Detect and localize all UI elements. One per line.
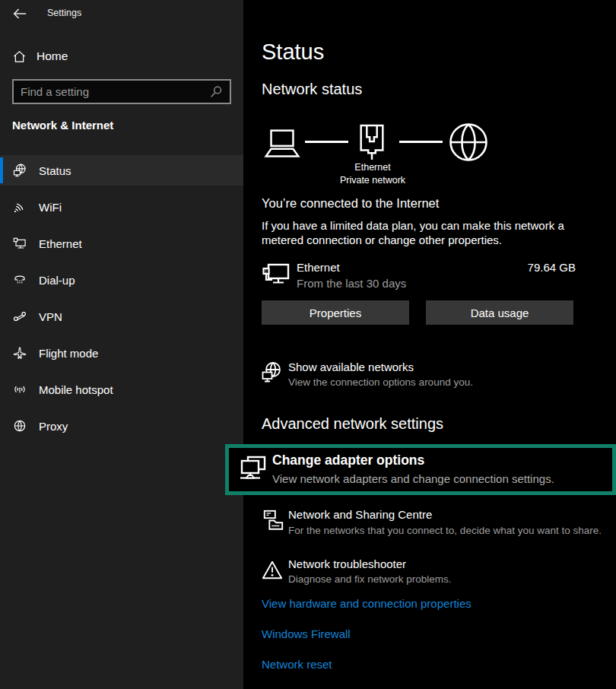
change-adapter-title: Change adapter options (272, 452, 424, 468)
globe-screen-icon (12, 163, 27, 178)
home-label: Home (37, 49, 68, 63)
main-content: Status Network status (243, 0, 616, 689)
sidebar-item-wifi[interactable]: WiFi (0, 192, 243, 222)
sidebar-item-label: VPN (39, 310, 62, 323)
sidebar-item-vpn[interactable]: VPN (0, 301, 243, 332)
dual-monitor-network-icon (240, 455, 267, 485)
advanced-item-network-troubleshooter[interactable]: Network troubleshooter Diagnose and fix … (262, 556, 596, 589)
hotspot-icon (12, 382, 27, 397)
network-status-heading: Network status (262, 81, 362, 98)
sidebar-item-ethernet[interactable]: Ethernet (0, 228, 243, 259)
globe-icon (448, 122, 489, 163)
show-networks-title: Show available networks (288, 360, 414, 373)
diagram-connection-name: Ethernet (354, 162, 390, 173)
back-arrow-icon (11, 7, 28, 21)
sidebar: Settings Home Network & Internet (0, 0, 243, 689)
sidebar-item-label: Ethernet (39, 237, 82, 250)
connection-line (399, 141, 443, 143)
page-title: Status (262, 40, 324, 65)
troubleshooter-subtitle: Diagnose and fix network problems. (288, 573, 452, 585)
diagram-network-type: Private network (340, 175, 405, 186)
sidebar-item-flight-mode[interactable]: Flight mode (0, 338, 243, 368)
computer-folder-share-icon (262, 508, 284, 532)
advanced-settings-heading: Advanced network settings (262, 415, 443, 433)
globe-icon (12, 418, 27, 433)
search-input[interactable] (14, 81, 230, 103)
sidebar-item-label: Flight mode (39, 347, 98, 360)
sidebar-item-status[interactable]: Status (0, 155, 243, 186)
link-network-reset[interactable]: Network reset (262, 658, 332, 671)
settings-window: Settings Home Network & Internet (0, 0, 616, 689)
sidebar-item-label: WiFi (39, 201, 62, 214)
sidebar-item-dialup[interactable]: Dial-up (0, 265, 243, 295)
link-view-hardware-properties[interactable]: View hardware and connection properties (262, 597, 472, 610)
vpn-icon (12, 309, 27, 324)
dialup-phone-icon (12, 272, 27, 287)
titlebar: Settings (0, 0, 243, 27)
show-available-networks-row[interactable]: Show available networks View the connect… (262, 358, 596, 392)
airplane-icon (12, 345, 27, 360)
sharing-centre-subtitle: For the networks that you connect to, de… (288, 525, 602, 536)
usage-amount: 79.64 GB (528, 261, 576, 274)
sharing-centre-title: Network and Sharing Centre (288, 508, 432, 521)
advanced-item-change-adapter-options[interactable]: Change adapter options View network adap… (225, 444, 616, 495)
search-icon[interactable] (208, 84, 224, 100)
warning-triangle-icon (262, 560, 283, 580)
sidebar-item-home[interactable]: Home (12, 46, 231, 67)
ethernet-plug-icon (356, 123, 388, 161)
laptop-icon (262, 128, 303, 160)
data-usage-button[interactable]: Data usage (426, 300, 573, 325)
usage-period: From the last 30 days (297, 277, 406, 290)
ethernet-icon (12, 236, 27, 251)
troubleshooter-title: Network troubleshooter (288, 557, 406, 570)
home-icon (12, 49, 27, 64)
wifi-icon (12, 199, 27, 214)
ethernet-monitor-icon (262, 262, 291, 291)
sidebar-item-mobile-hotspot[interactable]: Mobile hotspot (0, 374, 243, 405)
change-adapter-subtitle: View network adapters and change connect… (272, 472, 554, 485)
connection-description: If you have a limited data plan, you can… (262, 218, 599, 247)
sidebar-item-proxy[interactable]: Proxy (0, 411, 243, 441)
show-networks-subtitle: View the connection options around you. (288, 376, 473, 388)
back-button[interactable] (8, 5, 32, 23)
advanced-item-network-sharing-centre[interactable]: Network and Sharing Centre For the netwo… (262, 506, 611, 541)
connection-line (305, 141, 348, 143)
search-box (12, 79, 231, 104)
sidebar-section-header: Network & Internet (12, 119, 113, 132)
button-row: Properties Data usage (262, 300, 573, 325)
link-windows-firewall[interactable]: Windows Firewall (262, 627, 351, 640)
connection-headline: You’re connected to the Internet (262, 196, 439, 211)
network-diagram: Ethernet Private network (262, 122, 513, 190)
sidebar-item-label: Proxy (39, 420, 68, 433)
properties-button[interactable]: Properties (262, 300, 409, 325)
globe-screen-icon (262, 361, 281, 386)
app-title: Settings (47, 8, 81, 18)
sidebar-item-label: Dial-up (39, 274, 75, 287)
sidebar-item-label: Status (39, 164, 71, 177)
usage-adapter-name: Ethernet (297, 261, 340, 274)
sidebar-item-label: Mobile hotspot (39, 383, 113, 396)
usage-row: Ethernet From the last 30 days 79.64 GB (262, 260, 576, 292)
